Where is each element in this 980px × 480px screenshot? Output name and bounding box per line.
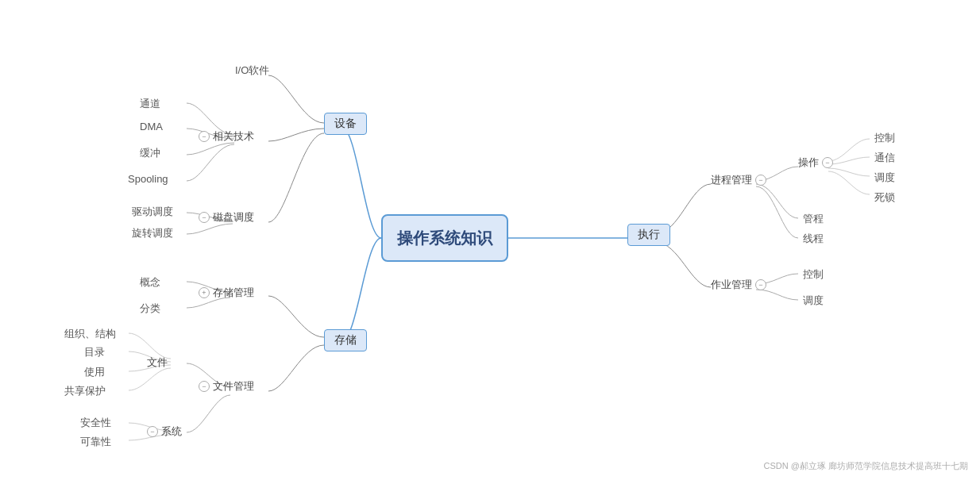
leaf-security: 安全性 [75, 414, 116, 432]
leaf-drive-sched: 驱动调度 [127, 203, 178, 221]
branch-device: 设备 [324, 113, 367, 135]
collapse-storage-mgmt[interactable]: + [199, 287, 210, 298]
collapse-operation[interactable]: − [822, 157, 833, 168]
leaf-schedule2: 调度 [798, 292, 828, 309]
leaf-control2: 控制 [798, 266, 828, 283]
branch-file: 文件 [147, 355, 168, 370]
collapse-file-mgmt[interactable]: − [199, 381, 210, 392]
center-node: 操作系统知识 [381, 214, 508, 262]
leaf-category: 分类 [135, 300, 165, 317]
leaf-io-software: I/O软件 [230, 62, 274, 79]
branch-execute: 执行 [627, 224, 670, 246]
collapse-system[interactable]: − [147, 426, 158, 437]
leaf-spooling: Spooling [123, 171, 173, 186]
branch-disk-sched: − 磁盘调度 [199, 210, 254, 225]
leaf-deadlock: 死锁 [870, 189, 900, 206]
branch-related-tech: − 相关技术 [199, 129, 254, 144]
leaf-schedule: 调度 [870, 169, 900, 186]
leaf-directory: 目录 [79, 344, 110, 361]
watermark: CSDN @郝立琢 廊坊师范学院信息技术提高班十七期 [764, 460, 968, 472]
leaf-channel: 通道 [135, 95, 165, 113]
branch-process-mgmt: 进程管理 − [711, 173, 766, 187]
leaf-org-struct: 组织、结构 [60, 325, 121, 343]
branch-system: − 系统 [147, 424, 182, 439]
mind-map: 操作系统知识 设备 I/O软件 − 相关技术 通道 DMA 缓冲 Spoolin… [0, 0, 980, 480]
branch-file-mgmt: − 文件管理 [199, 379, 254, 394]
leaf-concept: 概念 [135, 274, 165, 291]
collapse-job-mgmt[interactable]: − [755, 279, 766, 290]
branch-operation: 操作 − [798, 156, 833, 170]
leaf-buffer: 缓冲 [135, 144, 165, 162]
leaf-control1: 控制 [870, 129, 900, 147]
leaf-share-protect: 共享保护 [60, 382, 110, 400]
collapse-process-mgmt[interactable]: − [755, 175, 766, 186]
branch-job-mgmt: 作业管理 − [711, 278, 766, 292]
branch-storage-mgmt: + 存储管理 [199, 286, 254, 300]
collapse-disk-sched[interactable]: − [199, 212, 210, 223]
leaf-comm: 通信 [870, 149, 900, 167]
branch-storage: 存储 [324, 329, 367, 351]
leaf-monitor: 管程 [798, 210, 828, 228]
collapse-related-tech[interactable]: − [199, 131, 210, 142]
leaf-rotate-sched: 旋转调度 [127, 225, 178, 242]
leaf-reliability: 可靠性 [75, 433, 116, 451]
leaf-dma: DMA [135, 119, 168, 134]
leaf-usage: 使用 [79, 363, 110, 381]
leaf-thread: 线程 [798, 230, 828, 248]
